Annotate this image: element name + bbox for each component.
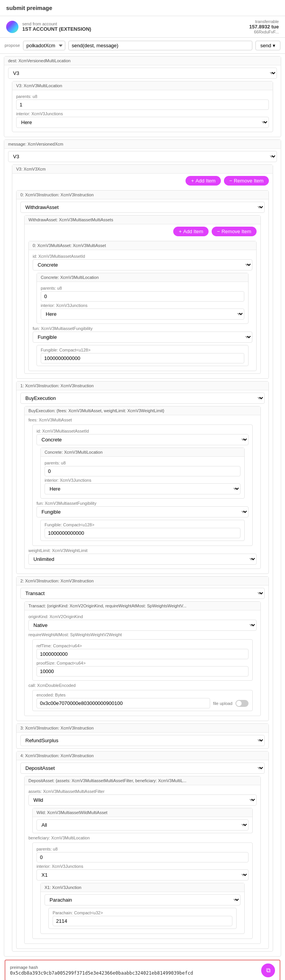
propose-bar: propose polkadotXcm send ▾ — [0, 38, 285, 54]
withdraw-asset-label: WithdrawAsset: XcmV3MultiassetMultiAsset… — [28, 217, 113, 222]
refTime-input[interactable] — [36, 649, 249, 659]
fees-interior-select[interactable]: Here — [45, 483, 240, 494]
dest-block: dest: XcmVersionedMultiLocation V3 V3: X… — [4, 56, 281, 137]
instruction-4-content: DepositAsset DepositAsset: {assets: XcmV… — [17, 760, 268, 948]
requireWeight-label: requireWeightAtMost: SpWeightsWeightV2We… — [28, 632, 257, 637]
beneficiary-interior-select[interactable]: X1 — [36, 869, 249, 881]
proofSize-input[interactable] — [36, 666, 249, 677]
encoded-label: encoded: Bytes — [36, 693, 249, 697]
minus-icon — [229, 178, 232, 184]
message-label: message: XcmVersionedXcm — [8, 142, 63, 146]
deposit-assets-select[interactable]: Wild — [28, 794, 257, 806]
message-v3-block: V3: XcmV3Xcm Add Item Remove Item — [12, 164, 273, 952]
asset-0-id-select[interactable]: Concrete — [33, 259, 252, 270]
file-upload-toggle[interactable] — [235, 700, 249, 707]
instruction-0-header: 0: XcmV3Instruction: XcmV3Instruction — [17, 191, 268, 199]
asset-0-parents-input[interactable] — [41, 291, 244, 302]
v3-remove-item-label: Remove Item — [234, 178, 263, 184]
asset-0-parents-row: parents: u8 — [41, 286, 244, 302]
fees-fun-select[interactable]: Fungible — [36, 506, 249, 517]
fees-fun-row: fun: XcmV3MultiassetFungibility Fungible — [36, 501, 249, 517]
asset-0-fungible-content: Fungible: Compact<u128> — [37, 345, 248, 366]
fees-content: id: XcmV3MultiassetAssetId Concrete — [33, 425, 252, 546]
instruction-1-label: 1: XcmV3Instruction: XcmV3Instruction — [20, 383, 94, 388]
instruction-0-select[interactable]: WithdrawAsset — [20, 202, 265, 213]
dest-parents-input[interactable] — [16, 99, 269, 110]
call-content: encoded: Bytes file upload — [33, 690, 252, 711]
asset-0-id-row: id: XcmV3MultiassetAssetId Concrete — [33, 254, 252, 270]
instruction-1-select[interactable]: BuyExecution — [20, 393, 265, 404]
buy-execution-label: BuyExecution: {fees: XcmV3MultiAsset, we… — [28, 408, 164, 413]
message-block: message: XcmVersionedXcm V3 V3: XcmV3Xcm… — [4, 139, 281, 957]
asset-0-interior-select[interactable]: Here — [41, 308, 244, 320]
asset-0-concrete-content: parents: u8 interior: XcmV3Junctions Her… — [37, 282, 248, 323]
encoded-input[interactable] — [36, 698, 210, 708]
send-button[interactable]: send ▾ — [255, 41, 280, 50]
plus-icon — [191, 178, 194, 184]
plus-icon-2 — [179, 229, 182, 234]
account-avatar — [6, 21, 18, 33]
wild-select[interactable]: All — [36, 819, 249, 831]
message-header: message: XcmVersionedXcm — [4, 140, 281, 149]
originKind-label: originKind: XcmV2OriginKind — [28, 614, 257, 619]
fees-id-select[interactable]: Concrete — [36, 434, 249, 445]
hash-copy-button[interactable] — [261, 963, 275, 977]
parachain-input[interactable] — [53, 916, 232, 926]
deposit-asset-label: DepositAsset: {assets: XcmV3MultiassetMu… — [28, 778, 186, 783]
fees-parents-input[interactable] — [45, 466, 240, 476]
call-block: encoded: Bytes file upload — [32, 690, 253, 711]
asset-0-fun-select[interactable]: Fungible — [33, 332, 252, 343]
originKind-select[interactable]: Native — [28, 620, 257, 631]
asset-0-block: 0: XcmV3MultiAsset: XcmV3MultiAsset id: … — [28, 241, 257, 371]
weight-select[interactable]: Unlimited — [28, 554, 257, 565]
chevron-down-icon: ▾ — [273, 43, 275, 48]
transact-content: originKind: XcmV2OriginKind Native requi… — [25, 610, 260, 716]
fees-label: fees: XcmV3MultiAsset — [28, 418, 257, 422]
withdraw-remove-item-button[interactable]: Remove Item — [212, 227, 257, 236]
hash-label: preimage hash — [10, 965, 257, 970]
method-input[interactable] — [68, 41, 252, 50]
dest-v3-label: V3: XcmV3MultiLocation — [16, 83, 62, 88]
instruction-3-select[interactable]: RefundSurplus — [20, 735, 265, 746]
v3-action-bar: Add Item Remove Item — [12, 174, 273, 188]
transact-label: Transact: {originKind: XcmV2OriginKind, … — [28, 604, 186, 608]
toggle-track[interactable] — [235, 700, 249, 707]
file-upload-label: file upload — [213, 701, 232, 706]
instruction-4-select[interactable]: DepositAsset — [20, 763, 265, 774]
chain-select[interactable]: polkadotXcm — [23, 41, 65, 50]
deposit-asset-header: DepositAsset: {assets: XcmV3MultiassetMu… — [25, 776, 260, 785]
instruction-2-select[interactable]: Transact — [20, 588, 265, 599]
refTime-label: refTime: Compact<u64> — [36, 643, 249, 648]
instruction-2-block: 2: XcmV3Instruction: XcmV3Instruction Tr… — [16, 576, 269, 721]
dest-version-select[interactable]: V3 — [8, 68, 277, 79]
v3-add-item-button[interactable]: Add Item — [186, 176, 221, 186]
message-version-select[interactable]: V3 — [8, 151, 277, 162]
dest-parents-label: parents: u8 — [16, 94, 269, 99]
withdraw-add-item-button[interactable]: Add Item — [173, 227, 209, 236]
buy-execution-block: BuyExecution: {fees: XcmV3MultiAsset, we… — [24, 406, 261, 569]
dest-interior-select[interactable]: Here — [16, 117, 269, 128]
x1-select[interactable]: Parachain — [45, 894, 240, 905]
account-balance-section: transferrable 157.8932 tue 66RxduFvF... — [249, 19, 279, 34]
beneficiary-block: parents: u8 interior: XcmV3Junctions X1 — [32, 842, 253, 939]
parachain-content: Parachain: Compact<u32> — [49, 908, 236, 929]
copy-icon — [266, 967, 270, 974]
fees-fungible-input[interactable] — [45, 528, 240, 538]
fees-id-row: id: XcmV3MultiassetAssetId Concrete — [36, 429, 249, 445]
beneficiary-parents-input[interactable] — [36, 852, 249, 862]
dest-v3-header: V3: XcmV3MultiLocation — [12, 81, 273, 90]
fees-fungible-block: Fungible: Compact<u128> — [40, 520, 245, 541]
instruction-3-content: RefundSurplus — [17, 733, 268, 748]
fees-interior-row: interior: XcmV3Junctions Here — [45, 478, 240, 494]
asset-0-parents-label: parents: u8 — [41, 286, 244, 290]
withdraw-action-bar: Add Item Remove Item — [25, 224, 260, 239]
instruction-4-header: 4: XcmV3Instruction: XcmV3Instruction — [17, 751, 268, 760]
withdraw-asset-block: WithdrawAsset: XcmV3MultiassetMultiAsset… — [24, 215, 261, 374]
deposit-assets-row: assets: XcmV3MultiassetMultiAssetFilter … — [28, 789, 257, 806]
weight-label: weightLimit: XcmV3WeightLimit — [28, 548, 257, 553]
proofSize-row: proofSize: Compact<u64> — [36, 661, 249, 677]
asset-0-concrete-block: Concrete: XcmV3MultiLocation parents: u8 — [36, 273, 249, 324]
v3-remove-item-button[interactable]: Remove Item — [224, 176, 269, 186]
refTime-row: refTime: Compact<u64> — [36, 643, 249, 659]
asset-0-fungible-input[interactable] — [41, 353, 244, 363]
